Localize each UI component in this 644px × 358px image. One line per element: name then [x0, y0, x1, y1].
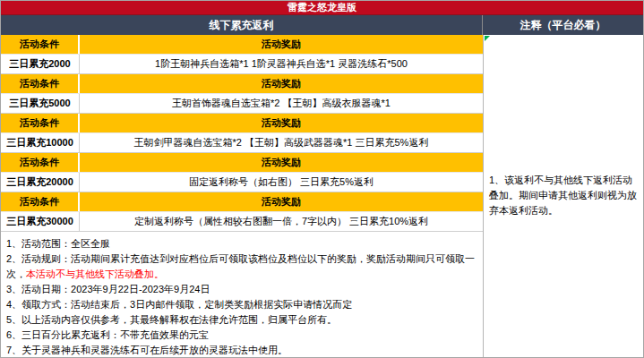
- table-header-row: 活动条件 活动奖励: [1, 114, 483, 133]
- condition-cell: 三日累充30000: [1, 212, 80, 231]
- reward-header: 活动奖励: [80, 114, 483, 132]
- reward-header: 活动奖励: [80, 153, 483, 172]
- rule-item: 3、活动日期：2023年9月22日-2023年9月24日: [6, 282, 477, 297]
- section-header-row: 线下累充返利 注释（平台必看）: [1, 15, 643, 35]
- annotation-text: 1、该返利不与其他线下返利活动叠加。期间申请其他返利则视为放弃本返利活动。: [484, 173, 643, 218]
- section-header-offline-rebate: 线下累充返利: [1, 15, 483, 35]
- section-header-notes: 注释（平台必看）: [483, 15, 643, 35]
- table-header-row: 活动条件 活动奖励: [1, 192, 483, 212]
- reward-header: 活动奖励: [80, 74, 483, 93]
- rules-list: 1、活动范围：全区全服 2、活动规则：活动期间累计充值达到对应档位后可领取该档位…: [1, 232, 483, 358]
- rule-item: 7、关于灵器神兵和灵器洗练石可在后续开放的灵器玩法中使用。: [6, 343, 477, 358]
- rule-item: 2、活动规则：活动期间累计充值达到对应档位后可领取该档位及档位以下的奖励，奖励活…: [6, 251, 477, 282]
- reward-cell: 固定返利称号（如右图） 三日累充5%返利: [80, 173, 483, 192]
- table-row: 三日累充30000 定制返利称号（属性相较右图翻一倍，7字以内） 三日累充10%…: [1, 212, 483, 232]
- table-row: 三日累充20000 固定返利称号（如右图） 三日累充5%返利: [1, 173, 483, 192]
- condition-header: 活动条件: [1, 114, 80, 132]
- content-area: 活动条件 活动奖励 三日累充2000 1阶王朝神兵自选箱*1 1阶灵器神兵自选*…: [1, 35, 643, 358]
- table-header-row: 活动条件 活动奖励: [1, 74, 483, 94]
- rule-item: 5、以上活动内容仅供参考，其最终解释权在法律允许范围，归属平台所有。: [6, 312, 477, 328]
- rule-item: 6、三日百分比累充返利：不带充值效果的元宝: [6, 328, 477, 343]
- rebate-table-column: 活动条件 活动奖励 三日累充2000 1阶王朝神兵自选箱*1 1阶灵器神兵自选*…: [1, 35, 483, 358]
- comment-corner-icon: [485, 36, 490, 41]
- condition-cell: 三日累充5000: [1, 94, 80, 113]
- table-row: 三日累充5000 王朝首饰器魂自选宝箱*2 【王朝】高级衣服器魂*1: [1, 94, 483, 114]
- rule-warning-text: 本活动不与其他线下活动叠加。: [26, 268, 164, 279]
- annotation-panel: 1、该返利不与其他线下返利活动叠加。期间申请其他返利则视为放弃本返利活动。: [483, 35, 643, 358]
- condition-header: 活动条件: [1, 35, 80, 54]
- condition-header: 活动条件: [1, 153, 80, 172]
- rule-item: 4、领取方式：活动结束后，3日内邮件领取，定制类奖励根据实际申请情况而定: [6, 297, 477, 312]
- reward-cell: 王朝首饰器魂自选宝箱*2 【王朝】高级衣服器魂*1: [80, 94, 483, 113]
- table-row: 三日累充2000 1阶王朝神兵自选箱*1 1阶灵器神兵自选*1 灵器洗练石*50…: [1, 55, 483, 74]
- reward-cell: 王朝剑甲器魂自选宝箱*2 【王朝】高级武器器魂*1 三日累充5%返利: [80, 133, 483, 152]
- condition-cell: 三日累充10000: [1, 133, 80, 152]
- reward-header: 活动奖励: [80, 35, 483, 54]
- condition-cell: 三日累充20000: [1, 173, 80, 192]
- condition-cell: 三日累充2000: [1, 55, 80, 73]
- table-header-row: 活动条件 活动奖励: [1, 153, 483, 173]
- table-row: 三日累充10000 王朝剑甲器魂自选宝箱*2 【王朝】高级武器器魂*1 三日累充…: [1, 133, 483, 153]
- table-header-row: 活动条件 活动奖励: [1, 35, 483, 55]
- reward-cell: 1阶王朝神兵自选箱*1 1阶灵器神兵自选*1 灵器洗练石*500: [80, 55, 483, 73]
- page-title: 雷霆之怒龙皇版: [1, 1, 643, 15]
- reward-header: 活动奖励: [80, 192, 483, 211]
- condition-header: 活动条件: [1, 192, 80, 211]
- condition-header: 活动条件: [1, 74, 80, 93]
- rule-item: 1、活动范围：全区全服: [6, 236, 477, 251]
- promo-sheet: 雷霆之怒龙皇版 线下累充返利 注释（平台必看） 活动条件 活动奖励 三日累充20…: [0, 0, 644, 358]
- reward-cell: 定制返利称号（属性相较右图翻一倍，7字以内） 三日累充10%返利: [80, 212, 483, 231]
